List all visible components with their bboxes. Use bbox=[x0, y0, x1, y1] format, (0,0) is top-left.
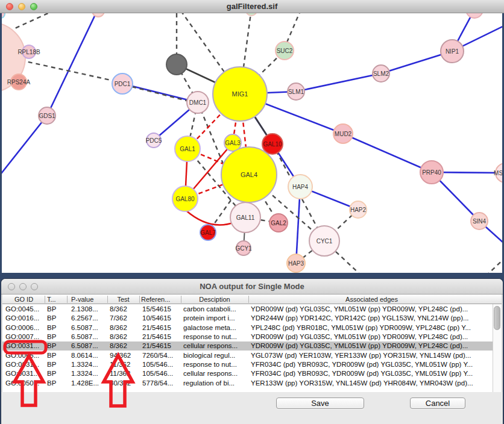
table-cell: response to nut... bbox=[183, 360, 248, 369]
node-label-SLM2: SLM2 bbox=[373, 70, 389, 77]
edge-blue[interactable] bbox=[343, 134, 432, 172]
node-label-MUD2: MUD2 bbox=[335, 131, 352, 137]
network-canvas[interactable]: RPL18BRPS24AGDS1PDC1DMC1MIG1SUC2SLM1SLM2… bbox=[2, 13, 502, 273]
column-separator[interactable] bbox=[181, 296, 181, 303]
node-label-MSI: MSI bbox=[494, 170, 502, 176]
table-cell: GO:0045... bbox=[5, 305, 43, 314]
table-cell: galactose meta... bbox=[183, 323, 248, 332]
table-cell: 7/362 bbox=[110, 314, 140, 323]
column-header-associated-edges[interactable]: Associated edges bbox=[248, 295, 495, 304]
table-cell: 10/54615 bbox=[142, 314, 181, 323]
table-row[interactable]: GO:0016...BP6.2567...7/36210/54615protei… bbox=[2, 314, 496, 323]
node-label-SLM1: SLM1 bbox=[288, 89, 304, 95]
table-row[interactable]: GO:0031...BP6.5087...8/36221/54615cellul… bbox=[2, 341, 496, 351]
edge-blue[interactable] bbox=[47, 13, 98, 116]
table-cell: BP bbox=[47, 369, 66, 378]
table-cell: YPL248C (pd) YBR018C, YML051W (pp) YDR00… bbox=[251, 323, 492, 332]
table-cell: YDR009W (pd) YGL035C, YML051W (pp) YDR00… bbox=[251, 341, 492, 351]
node-label-GAL7: GAL7 bbox=[200, 229, 216, 236]
edge-dash[interactable] bbox=[287, 13, 301, 42]
node-label-SUC2: SUC2 bbox=[277, 48, 293, 54]
column-separator[interactable] bbox=[139, 296, 140, 303]
table-row[interactable]: GO:0050...BP1.428E...80/3625778/54...reg… bbox=[2, 379, 496, 388]
table-cell: regulation of bi... bbox=[183, 379, 248, 388]
table-cell: GO:0007... bbox=[5, 332, 43, 341]
table-row[interactable]: GO:0065...BP8.0614...94/3627260/54...bio… bbox=[2, 351, 496, 360]
node-label-DMC1: DMC1 bbox=[189, 99, 207, 106]
node-top-right-pink[interactable] bbox=[466, 13, 483, 18]
column-separator[interactable] bbox=[107, 296, 108, 303]
table-cell: 11/362 bbox=[110, 369, 140, 378]
column-separator[interactable] bbox=[248, 296, 249, 303]
table-cell: BP bbox=[47, 379, 66, 388]
table-cell: GO:0031... bbox=[5, 360, 43, 369]
table-row[interactable]: GO:0031...BP1.3324...11/362105/546...cel… bbox=[2, 369, 496, 378]
save-button[interactable]: Save bbox=[276, 398, 364, 409]
node-label-GAL11: GAL11 bbox=[236, 214, 255, 221]
table-cell: 1.3324... bbox=[71, 360, 107, 369]
column-header-go-id[interactable]: GO ID bbox=[3, 295, 45, 304]
node-label-HAP4: HAP4 bbox=[292, 184, 309, 190]
table-row[interactable]: GO:0031...BP1.3324...11/362105/546...res… bbox=[2, 360, 496, 369]
table-cell: 8/362 bbox=[110, 305, 140, 314]
table-cell: YDR244W (pp) YDR142C, YDR142C (pp) YGL15… bbox=[251, 314, 492, 323]
node-label-RPL18B: RPL18B bbox=[17, 49, 40, 55]
node-top-green[interactable] bbox=[246, 13, 257, 16]
table-cell: GO:0050... bbox=[5, 379, 43, 388]
edge-dash[interactable] bbox=[8, 13, 51, 31]
column-header-referen-[interactable]: Referen... bbox=[141, 295, 180, 304]
node-label-GAL2: GAL2 bbox=[271, 220, 286, 226]
table-row[interactable]: GO:0007...BP6.5087...8/36221/54615respon… bbox=[2, 332, 496, 341]
table-row[interactable]: GO:0006...BP6.5087...8/36221/54615galact… bbox=[2, 323, 496, 332]
edge-dash[interactable] bbox=[486, 257, 502, 273]
table-cell: BP bbox=[47, 360, 66, 369]
edge-blue[interactable] bbox=[296, 73, 381, 92]
scrollbar-thumb[interactable] bbox=[494, 306, 500, 330]
column-header-test[interactable]: Test bbox=[107, 295, 139, 304]
noa-window: NOA output for Single Mode GO IDT...P-va… bbox=[1, 279, 503, 424]
column-header-t-[interactable]: T... bbox=[47, 295, 65, 304]
node-label-HAP2: HAP2 bbox=[350, 207, 367, 213]
node-label-GCY1: GCY1 bbox=[235, 245, 252, 252]
edge-dash[interactable] bbox=[132, 87, 189, 101]
table-cell: BP bbox=[47, 332, 66, 341]
noa-results-table: GO IDT...P-valueTestReferen...Desciption… bbox=[2, 295, 502, 392]
table-cell: 11/362 bbox=[110, 360, 140, 369]
table-cell: 94/362 bbox=[110, 351, 140, 360]
node-label-RPS24A: RPS24A bbox=[7, 79, 31, 86]
node-corner[interactable] bbox=[2, 13, 5, 18]
column-header-p-value[interactable]: P-value bbox=[71, 295, 106, 304]
cancel-button[interactable]: Cancel bbox=[410, 398, 465, 409]
table-cell: YER133W (pp) YOR315W, YNL145W (pd) YHR08… bbox=[251, 379, 492, 388]
column-separator[interactable] bbox=[45, 296, 45, 303]
table-cell: cellular respons... bbox=[183, 369, 248, 378]
table-cell: BP bbox=[47, 341, 66, 351]
table-cell: 1.428E... bbox=[71, 379, 107, 388]
edge-red[interactable] bbox=[186, 210, 235, 225]
table-cell: YFR034C (pd) YBR093C, YDR009W (pd) YGL03… bbox=[251, 369, 492, 378]
table-cell: biological regul... bbox=[183, 351, 248, 360]
table-cell: 21/54615 bbox=[142, 341, 181, 351]
table-cell: 21/54615 bbox=[142, 323, 181, 332]
node-label-GDS1: GDS1 bbox=[39, 113, 55, 119]
node-label-GAL1: GAL1 bbox=[180, 146, 195, 152]
table-cell: GO:0031... bbox=[5, 341, 43, 351]
node-label-GAL3: GAL3 bbox=[225, 140, 241, 146]
column-header-desciption[interactable]: Desciption bbox=[181, 295, 248, 304]
table-cell: 6.5087... bbox=[71, 341, 107, 351]
edge-dash[interactable] bbox=[20, 60, 113, 81]
table-cell: 15/54615 bbox=[142, 305, 181, 314]
table-cell: 7260/54... bbox=[142, 351, 181, 360]
table-row[interactable]: GO:0045...BP2.1308...8/36215/54615carbon… bbox=[2, 305, 496, 314]
vertical-scrollbar[interactable] bbox=[493, 304, 502, 392]
table-cell: 8/362 bbox=[110, 323, 140, 332]
column-separator[interactable] bbox=[67, 296, 68, 303]
table-cell: BP bbox=[47, 305, 66, 314]
node-label-SIN4: SIN4 bbox=[473, 218, 487, 225]
table-cell: YFR034C (pd) YBR093C, YDR009W (pd) YGL03… bbox=[251, 360, 492, 369]
edge-blue[interactable] bbox=[2, 116, 47, 173]
window-title: galFiltered.sif bbox=[0, 0, 504, 13]
node-label-MIG1: MIG1 bbox=[232, 90, 248, 98]
node-dark-node[interactable] bbox=[166, 54, 187, 75]
table-cell: GO:0065... bbox=[5, 351, 43, 360]
